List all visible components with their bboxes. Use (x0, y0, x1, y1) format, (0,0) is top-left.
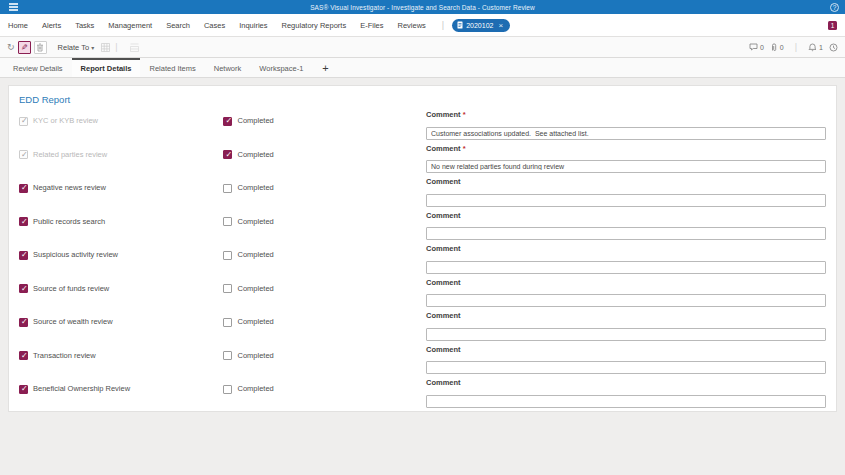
item-label: KYC or KYB review (33, 116, 98, 125)
nav-item-regulatory-reports[interactable]: Regulatory Reports (282, 21, 347, 30)
add-tab-button[interactable]: + (312, 58, 338, 77)
completed-label: Completed (237, 284, 273, 293)
comment-label-text: Comment (426, 311, 461, 320)
comment-label: Comment (426, 211, 826, 220)
nav-item-management[interactable]: Management (108, 21, 152, 30)
edit-button[interactable]: ✎ (18, 41, 31, 54)
comment-label-text: Comment (426, 345, 461, 354)
notification-badge[interactable]: 1 (828, 21, 837, 30)
comment-label-text: Comment (426, 110, 461, 119)
checklist-row: Transaction review Completed Comment (19, 345, 826, 379)
page-title: EDD Report (19, 94, 826, 105)
completed-checkbox[interactable] (223, 184, 232, 193)
completed-checkbox[interactable] (223, 284, 232, 293)
comments-button[interactable]: 0 (749, 43, 764, 51)
nav-item-alerts[interactable]: Alerts (42, 21, 61, 30)
checklist-row: Public records search Completed Comment (19, 211, 826, 245)
completed-checkbox[interactable] (223, 351, 232, 360)
history-icon (829, 43, 838, 52)
grid-view-button[interactable] (101, 43, 110, 52)
view-tabs-items: Review DetailsReport DetailsRelated Item… (4, 58, 312, 77)
nav-item-search[interactable]: Search (166, 21, 190, 30)
comment-label: Comment (426, 378, 826, 387)
tab-review-details[interactable]: Review Details (4, 58, 72, 77)
attachments-button[interactable]: 0 (770, 43, 784, 52)
comment-label: Comment (426, 345, 826, 354)
required-asterisk: * (461, 110, 466, 119)
completed-checkbox[interactable] (223, 251, 232, 260)
nav-item-e-files[interactable]: E-Files (360, 21, 383, 30)
item-label: Related parties review (33, 150, 107, 159)
notifications-button[interactable]: 1 (808, 43, 823, 52)
nav-item-home[interactable]: Home (8, 21, 28, 30)
comment-input[interactable] (426, 127, 826, 140)
chevron-down-icon: ▾ (91, 45, 94, 51)
item-checkbox[interactable] (19, 217, 28, 226)
required-asterisk: * (461, 144, 466, 153)
toolbar-right: 0 0 | 1 (749, 42, 838, 52)
help-icon[interactable]: ? (830, 3, 839, 12)
completed-label: Completed (237, 183, 273, 192)
edd-report-panel: EDD Report KYC or KYB review Completed C… (8, 85, 837, 412)
document-icon (457, 21, 463, 29)
comment-icon (749, 43, 758, 51)
comment-input[interactable] (426, 160, 826, 173)
comment-input[interactable] (426, 227, 826, 240)
nav-item-cases[interactable]: Cases (204, 21, 225, 30)
rows-icon (130, 43, 139, 52)
item-checkbox[interactable] (19, 251, 28, 260)
tab-workspace-1[interactable]: Workspace-1 (250, 58, 312, 77)
app-window: SAS® Visual Investigator - Investigate a… (0, 0, 845, 475)
delete-button[interactable] (34, 41, 47, 54)
completed-checkbox[interactable] (223, 217, 232, 226)
open-entity-tab[interactable]: 2020102 × (452, 19, 510, 32)
nav-item-inquiries[interactable]: Inquiries (239, 21, 267, 30)
comment-label: Comment (426, 278, 826, 287)
nav-item-tasks[interactable]: Tasks (75, 21, 94, 30)
comment-input[interactable] (426, 328, 826, 341)
comment-input[interactable] (426, 194, 826, 207)
comment-label-text: Comment (426, 278, 461, 287)
layout-view-button[interactable] (130, 43, 139, 52)
item-checkbox[interactable] (19, 385, 28, 394)
comment-input[interactable] (426, 294, 826, 307)
completed-checkbox[interactable] (223, 385, 232, 394)
relate-to-button[interactable]: Relate To ▾ (58, 43, 95, 52)
tab-network[interactable]: Network (205, 58, 251, 77)
comment-label-text: Comment (426, 378, 461, 387)
completed-label: Completed (237, 150, 273, 159)
completed-checkbox[interactable] (223, 150, 232, 159)
completed-checkbox[interactable] (223, 117, 232, 126)
nav-item-reviews[interactable]: Reviews (398, 21, 426, 30)
open-entity-tab-label: 2020102 (466, 22, 493, 29)
item-checkbox[interactable] (19, 351, 28, 360)
comment-label: Comment (426, 244, 826, 253)
checklist-row: Suspicious activity review Completed Com… (19, 244, 826, 278)
item-label: Negative news review (33, 183, 106, 192)
item-checkbox[interactable] (19, 150, 28, 159)
toolbar: ↻ ✎ Relate To ▾ | (0, 37, 845, 58)
checklist-row: Source of funds review Completed Comment (19, 278, 826, 312)
item-checkbox[interactable] (19, 284, 28, 293)
item-checkbox[interactable] (19, 117, 28, 126)
completed-label: Completed (237, 116, 273, 125)
completed-label: Completed (237, 250, 273, 259)
completed-checkbox[interactable] (223, 318, 232, 327)
tab-report-details[interactable]: Report Details (72, 58, 141, 77)
comment-input[interactable] (426, 395, 826, 408)
comment-input[interactable] (426, 361, 826, 374)
comment-label-text: Comment (426, 144, 461, 153)
item-checkbox[interactable] (19, 318, 28, 327)
item-checkbox[interactable] (19, 184, 28, 193)
comment-input[interactable] (426, 261, 826, 274)
pencil-icon: ✎ (21, 43, 28, 52)
history-button[interactable] (829, 43, 838, 52)
completed-label: Completed (237, 217, 273, 226)
content-area: EDD Report KYC or KYB review Completed C… (0, 78, 845, 475)
checklist-row: Beneficial Ownership Review Completed Co… (19, 378, 826, 412)
paperclip-icon (770, 43, 778, 52)
tab-related-items[interactable]: Related Items (140, 58, 204, 77)
completed-label: Completed (237, 351, 273, 360)
refresh-icon[interactable]: ↻ (7, 42, 15, 52)
close-icon[interactable]: × (498, 21, 503, 30)
